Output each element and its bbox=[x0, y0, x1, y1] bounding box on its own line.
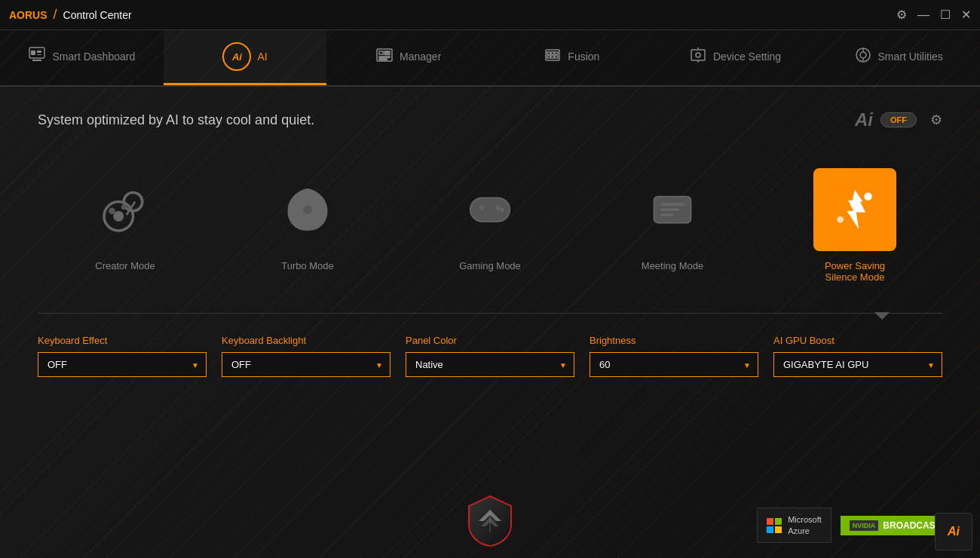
toggle-off-label[interactable]: OFF bbox=[880, 112, 917, 127]
brightness-group: Brightness 60 40 80 100 bbox=[590, 335, 758, 377]
svg-rect-2 bbox=[31, 51, 35, 55]
svg-rect-14 bbox=[555, 52, 558, 54]
svg-point-42 bbox=[837, 216, 844, 223]
svg-rect-3 bbox=[37, 51, 41, 53]
title-bar: AORUS / Control Center ⚙ — ☐ ✕ bbox=[0, 0, 980, 30]
panel-color-select[interactable]: Native sRGB DCI-P3 Vivid bbox=[406, 352, 574, 377]
tab-bar: Smart Dashboard Ai AI Manager bbox=[0, 30, 980, 87]
ai-bottom-right-button[interactable]: Ai bbox=[935, 513, 972, 550]
panel-color-group: Panel Color Native sRGB DCI-P3 Vivid bbox=[406, 335, 574, 377]
mode-card-meeting[interactable]: Meeting Mode bbox=[585, 161, 760, 279]
ai-gpu-boost-group: AI GPU Boost GIGABYTE AI GPU Off On bbox=[773, 335, 942, 377]
power-saving-mode-label: Power Saving Silence Mode bbox=[825, 260, 885, 283]
ai-subtitle: System optimized by AI to stay cool and … bbox=[38, 112, 314, 128]
svg-rect-40 bbox=[660, 213, 674, 216]
mode-card-power-saving[interactable]: Power Saving Silence Mode bbox=[767, 161, 942, 290]
tab-smart-dashboard-label: Smart Dashboard bbox=[52, 51, 135, 63]
svg-rect-9 bbox=[379, 57, 390, 58]
section-divider bbox=[38, 313, 942, 314]
ai-tab-icon: Ai bbox=[222, 42, 251, 71]
tab-ai[interactable]: Ai AI bbox=[164, 30, 327, 85]
svg-rect-39 bbox=[660, 208, 679, 211]
svg-rect-6 bbox=[379, 51, 383, 54]
smart-utilities-icon bbox=[854, 46, 872, 67]
tab-fusion[interactable]: Fusion bbox=[490, 30, 654, 85]
window-controls: ⚙ — ☐ ✕ bbox=[896, 8, 971, 22]
svg-point-36 bbox=[500, 207, 504, 211]
svg-rect-1 bbox=[32, 60, 41, 61]
settings-button[interactable]: ⚙ bbox=[896, 8, 907, 22]
minimize-button[interactable]: — bbox=[917, 8, 929, 22]
tab-smart-utilities-label: Smart Utilities bbox=[878, 51, 943, 63]
ai-toggle[interactable]: OFF bbox=[880, 112, 917, 127]
svg-rect-17 bbox=[555, 56, 558, 58]
creator-mode-icon-box bbox=[84, 168, 167, 251]
smart-dashboard-icon bbox=[28, 46, 46, 67]
svg-rect-15 bbox=[547, 56, 550, 58]
mode-cards: Creator Mode Turbo Mode bbox=[38, 161, 942, 290]
svg-rect-7 bbox=[384, 51, 390, 53]
turbo-mode-icon-box bbox=[266, 168, 349, 251]
ai-toggle-area: Ai OFF ⚙ bbox=[855, 109, 942, 130]
divider-arrow bbox=[874, 312, 890, 320]
nvidia-logo: NVIDIA bbox=[850, 520, 879, 531]
keyboard-effect-select[interactable]: OFF Static Breathing Wave bbox=[38, 352, 207, 377]
microsoft-logo bbox=[767, 518, 782, 533]
brightness-select[interactable]: 60 40 80 100 bbox=[590, 352, 758, 377]
tab-device-setting[interactable]: Device Setting bbox=[654, 30, 817, 85]
mode-card-gaming[interactable]: Gaming Mode bbox=[403, 161, 577, 279]
svg-point-28 bbox=[124, 192, 142, 211]
svg-rect-8 bbox=[384, 54, 390, 55]
device-setting-icon bbox=[689, 46, 707, 67]
ai-header: System optimized by AI to stay cool and … bbox=[38, 109, 942, 130]
ai-gpu-boost-label: AI GPU Boost bbox=[773, 335, 942, 346]
gaming-mode-label: Gaming Mode bbox=[459, 260, 521, 271]
keyboard-backlight-group: Keyboard Backlight OFF Low Medium High bbox=[222, 335, 390, 377]
tab-ai-label: AI bbox=[257, 51, 267, 63]
keyboard-effect-select-wrapper: OFF Static Breathing Wave bbox=[38, 352, 207, 377]
svg-rect-4 bbox=[37, 54, 41, 55]
brightness-label: Brightness bbox=[590, 335, 758, 346]
keyboard-backlight-select-wrapper: OFF Low Medium High bbox=[222, 352, 390, 377]
brightness-select-wrapper: 60 40 80 100 bbox=[590, 352, 758, 377]
power-saving-icon-box bbox=[813, 168, 896, 251]
svg-point-30 bbox=[121, 204, 127, 210]
microsoft-text: Microsoft Azure bbox=[788, 514, 822, 536]
tab-device-setting-label: Device Setting bbox=[713, 51, 781, 63]
svg-point-41 bbox=[864, 192, 872, 201]
fusion-icon bbox=[544, 46, 562, 67]
keyboard-backlight-label: Keyboard Backlight bbox=[222, 335, 390, 346]
tab-smart-dashboard[interactable]: Smart Dashboard bbox=[0, 30, 164, 85]
brand-name: AORUS bbox=[9, 9, 47, 21]
ai-gpu-boost-select[interactable]: GIGABYTE AI GPU Off On bbox=[773, 352, 942, 377]
maximize-button[interactable]: ☐ bbox=[940, 8, 951, 22]
svg-rect-34 bbox=[481, 205, 483, 210]
main-container: Smart Dashboard Ai AI Manager bbox=[0, 30, 980, 558]
panel-color-label: Panel Color bbox=[406, 335, 574, 346]
aorus-logo-bottom bbox=[467, 495, 513, 550]
svg-rect-38 bbox=[660, 203, 684, 206]
svg-point-27 bbox=[113, 211, 124, 222]
ai-gpu-boost-select-wrapper: GIGABYTE AI GPU Off On bbox=[773, 352, 942, 377]
tab-manager[interactable]: Manager bbox=[326, 30, 490, 85]
keyboard-backlight-select[interactable]: OFF Low Medium High bbox=[222, 352, 390, 377]
creator-mode-label: Creator Mode bbox=[95, 260, 155, 271]
svg-point-35 bbox=[496, 206, 500, 210]
nvidia-broadcast-text: BROADCAST bbox=[883, 520, 941, 531]
panel-color-select-wrapper: Native sRGB DCI-P3 Vivid bbox=[406, 352, 574, 377]
controls-row: Keyboard Effect OFF Static Breathing Wav… bbox=[38, 335, 942, 377]
svg-point-31 bbox=[302, 204, 313, 215]
mode-card-turbo[interactable]: Turbo Mode bbox=[220, 161, 395, 279]
gaming-mode-icon-box bbox=[449, 168, 531, 251]
close-button[interactable]: ✕ bbox=[961, 8, 971, 22]
svg-rect-12 bbox=[547, 52, 550, 54]
title-separator: / bbox=[54, 7, 57, 23]
tab-smart-utilities[interactable]: Smart Utilities bbox=[816, 30, 980, 85]
svg-point-19 bbox=[696, 53, 700, 57]
svg-rect-13 bbox=[551, 52, 554, 54]
manager-icon bbox=[375, 46, 394, 67]
ai-settings-gear[interactable]: ⚙ bbox=[930, 112, 942, 128]
bottom-logos: Microsoft Azure NVIDIA BROADCAST bbox=[757, 507, 950, 543]
svg-rect-11 bbox=[546, 50, 559, 60]
mode-card-creator[interactable]: Creator Mode bbox=[38, 161, 213, 279]
